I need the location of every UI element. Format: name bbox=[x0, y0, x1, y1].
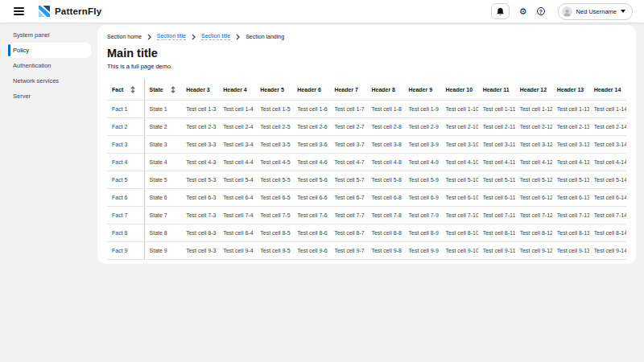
user-name: Ned Username bbox=[576, 8, 617, 15]
breadcrumb-item-section-home: Section home bbox=[107, 34, 142, 39]
table-cell: State 3 bbox=[144, 136, 181, 154]
column-header-fact[interactable]: Fact bbox=[107, 79, 144, 101]
column-label: Fact bbox=[112, 87, 123, 93]
table-cell: Test cell 3-8 bbox=[366, 136, 403, 154]
table-cell: Test cell 1-12 bbox=[515, 101, 552, 118]
table-row: Fact 3State 3Test cell 3-3Test cell 3-4T… bbox=[107, 136, 626, 154]
sidebar-item-server[interactable]: Server bbox=[8, 88, 91, 104]
settings-button[interactable]: ⚙ bbox=[519, 7, 527, 16]
angle-right-icon bbox=[147, 34, 151, 40]
table-cell: Test cell 6-13 bbox=[552, 189, 589, 207]
table-cell: Test cell 5-4 bbox=[218, 171, 255, 189]
table-cell: Test cell 4-13 bbox=[552, 154, 589, 171]
table-cell: Test cell 2-13 bbox=[552, 118, 589, 136]
arrows-vertical-icon[interactable] bbox=[130, 86, 135, 93]
data-table: FactStateHeader 3Header 4Header 5Header … bbox=[107, 79, 626, 260]
table-cell: Test cell 7-6 bbox=[292, 207, 329, 224]
table-cell: Test cell 2-6 bbox=[292, 118, 329, 136]
help-button[interactable]: ? bbox=[537, 7, 545, 15]
table-row: Fact 7State 7Test cell 7-3Test cell 7-4T… bbox=[107, 207, 626, 224]
table-cell: Test cell 2-12 bbox=[515, 118, 552, 136]
table-cell: Test cell 6-4 bbox=[218, 189, 255, 207]
column-header-header-11: Header 11 bbox=[478, 79, 515, 101]
user-menu-button[interactable]: Ned Username bbox=[558, 3, 633, 20]
table-cell: Test cell 5-9 bbox=[404, 171, 441, 189]
column-label: Header 14 bbox=[594, 87, 621, 93]
table-cell: Fact 7 bbox=[107, 207, 144, 224]
table-cell: Test cell 3-10 bbox=[441, 136, 478, 154]
table-cell: Test cell 2-4 bbox=[218, 118, 255, 136]
table-cell: State 8 bbox=[144, 224, 181, 242]
sidebar-nav: System panel Policy Authentication Netwo… bbox=[0, 23, 95, 362]
column-label: Header 3 bbox=[186, 87, 210, 93]
table-cell: Test cell 5-14 bbox=[589, 171, 626, 189]
table-cell: Test cell 7-3 bbox=[181, 207, 218, 224]
page-title: Main title bbox=[107, 47, 626, 60]
column-label: Header 8 bbox=[371, 87, 395, 93]
table-cell: Test cell 1-8 bbox=[366, 101, 403, 118]
main-content: Section home Section title Section title… bbox=[95, 23, 644, 362]
table-cell: Test cell 8-3 bbox=[181, 224, 218, 242]
table-cell: Test cell 5-12 bbox=[515, 171, 552, 189]
brand-link[interactable]: PatternFly bbox=[39, 6, 101, 17]
breadcrumb-link-section-title-2[interactable]: Section title bbox=[201, 33, 230, 40]
table-cell: Test cell 6-12 bbox=[515, 189, 552, 207]
table-cell: Test cell 8-5 bbox=[255, 224, 292, 242]
sidebar-item-network-services[interactable]: Network services bbox=[8, 73, 91, 88]
breadcrumb-item-section-landing: Section landing bbox=[246, 34, 284, 39]
table-cell: Test cell 7-8 bbox=[366, 207, 403, 224]
notifications-button[interactable] bbox=[491, 3, 510, 19]
table-cell: Test cell 4-5 bbox=[255, 154, 292, 171]
table-cell: Test cell 6-8 bbox=[366, 189, 403, 207]
table-cell: Test cell 2-5 bbox=[255, 118, 292, 136]
table-cell: Test cell 7-12 bbox=[515, 207, 552, 224]
table-cell: Test cell 7-14 bbox=[589, 207, 626, 224]
table-cell: Test cell 7-10 bbox=[441, 207, 478, 224]
sidebar-item-system-panel[interactable]: System panel bbox=[8, 27, 91, 43]
table-cell: Test cell 1-4 bbox=[218, 101, 255, 118]
angle-right-icon bbox=[236, 34, 240, 40]
column-label: Header 11 bbox=[483, 87, 510, 93]
table-cell: Test cell 3-4 bbox=[218, 136, 255, 154]
table-cell: Fact 9 bbox=[107, 242, 144, 260]
table-cell: Test cell 7-5 bbox=[255, 207, 292, 224]
column-header-header-4: Header 4 bbox=[218, 79, 255, 101]
table-cell: Test cell 9-5 bbox=[255, 242, 292, 260]
arrows-vertical-icon[interactable] bbox=[171, 86, 175, 93]
table-cell: Test cell 4-12 bbox=[515, 154, 552, 171]
avatar-icon bbox=[562, 6, 572, 17]
table-cell: Test cell 4-14 bbox=[589, 154, 626, 171]
angle-right-icon bbox=[192, 34, 196, 40]
column-label: Header 4 bbox=[223, 87, 247, 93]
table-cell: Test cell 8-9 bbox=[404, 224, 441, 242]
table-cell: Test cell 7-11 bbox=[478, 207, 515, 224]
column-label: Header 12 bbox=[520, 87, 547, 93]
table-cell: Test cell 8-12 bbox=[515, 224, 552, 242]
question-circle-icon: ? bbox=[537, 7, 545, 15]
column-label: State bbox=[150, 87, 163, 93]
patternfly-logo-icon bbox=[39, 6, 50, 17]
table-cell: Test cell 7-7 bbox=[329, 207, 366, 224]
table-cell: Test cell 1-10 bbox=[441, 101, 478, 118]
table-cell: Test cell 6-14 bbox=[589, 189, 626, 207]
table-cell: Test cell 5-8 bbox=[366, 171, 403, 189]
hamburger-icon[interactable] bbox=[11, 3, 27, 19]
table-cell: Test cell 4-4 bbox=[218, 154, 255, 171]
table-cell: Test cell 5-5 bbox=[255, 171, 292, 189]
breadcrumb-link-section-title-1[interactable]: Section title bbox=[157, 33, 186, 40]
sidebar-item-authentication[interactable]: Authentication bbox=[8, 58, 91, 73]
column-header-state[interactable]: State bbox=[144, 79, 181, 101]
column-header-header-10: Header 10 bbox=[441, 79, 478, 101]
table-cell: Test cell 2-3 bbox=[181, 118, 218, 136]
sidebar-item-policy[interactable]: Policy bbox=[8, 43, 91, 58]
table-row: Fact 2State 2Test cell 2-3Test cell 2-4T… bbox=[107, 118, 626, 136]
table-cell: Test cell 3-6 bbox=[292, 136, 329, 154]
table-cell: Fact 1 bbox=[107, 101, 144, 118]
column-header-header-13: Header 13 bbox=[552, 79, 589, 101]
table-cell: Test cell 4-7 bbox=[329, 154, 366, 171]
bell-icon bbox=[496, 7, 505, 16]
table-cell: Test cell 6-10 bbox=[441, 189, 478, 207]
table-row: Fact 9State 9Test cell 9-3Test cell 9-4T… bbox=[107, 242, 626, 260]
table-cell: Test cell 9-10 bbox=[441, 242, 478, 260]
table-cell: Test cell 8-10 bbox=[441, 224, 478, 242]
